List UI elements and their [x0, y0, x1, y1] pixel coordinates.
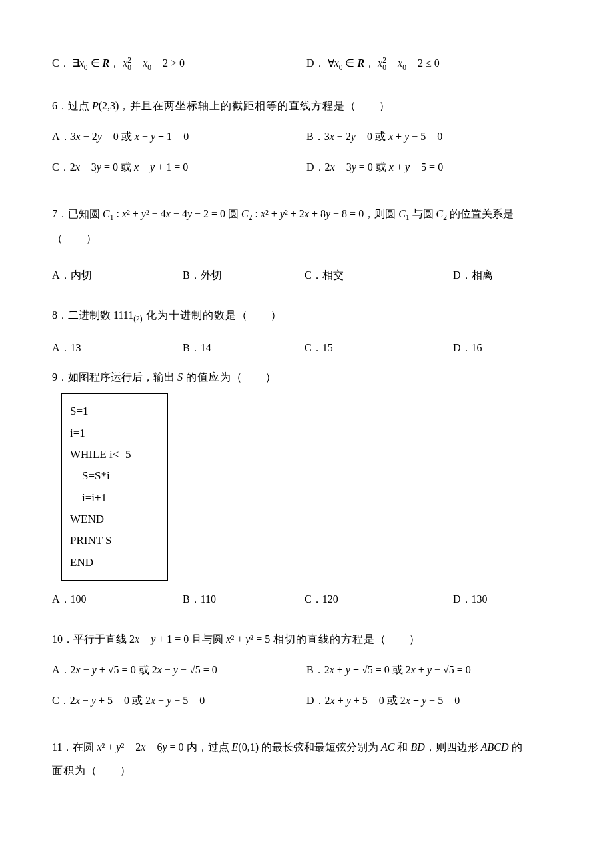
- q7-option-b: B．外切: [183, 270, 305, 281]
- q9: 9．如图程序运行后，输出 S 的值应为（ ） S=1 i=1 WHILE i<=…: [52, 372, 561, 604]
- q5-option-d: D． ∀x0 ∈ R，x20 + x0 + 2 ≤ 0: [306, 57, 561, 71]
- q6-options-row2: C．2x − 3y = 0 或 x − y + 1 = 0 D．2x − 3y …: [52, 162, 561, 173]
- q8-option-c: C．15: [305, 343, 453, 353]
- q8: 8．二进制数 1111(2) 化为十进制的数是（ ） A．13 B．14 C．1…: [52, 310, 561, 354]
- q6-option-b: B．3x − 2y = 0 或 x + y − 5 = 0: [306, 131, 561, 142]
- q10: 10．平行于直线 2x + y + 1 = 0 且与圆 x² + y² = 5 …: [52, 634, 561, 706]
- code-line: WHILE i<=5: [70, 444, 158, 465]
- code-line: END: [70, 552, 158, 573]
- code-line: i=i+1: [70, 487, 158, 509]
- q7-stem: 7．已知圆 C1 : x² + y² − 4x − 4y − 2 = 0 圆 C…: [52, 202, 561, 250]
- q10-option-c: C．2x − y + 5 = 0 或 2x − y − 5 = 0: [52, 695, 306, 706]
- forall-symbol: ∀: [328, 57, 334, 69]
- q9-options: A．100 B．110 C．120 D．130: [52, 594, 561, 605]
- q6-stem: 6．过点 P(2,3)，并且在两坐标轴上的截距相等的直线方程是（ ）: [52, 101, 561, 111]
- option-label: D．: [306, 57, 325, 69]
- q10-options-row1: A．2x − y + √5 = 0 或 2x − y − √5 = 0 B．2x…: [52, 665, 561, 675]
- q8-option-d: D．16: [453, 343, 482, 353]
- q7-options: A．内切 B．外切 C．相交 D．相离: [52, 270, 561, 281]
- q8-option-b: B．14: [183, 343, 305, 353]
- q8-option-a: A．13: [52, 343, 183, 353]
- q7-option-c: C．相交: [305, 270, 453, 281]
- q5-options-row: C． ∃x0 ∈ R，x20 + x0 + 2 > 0 D． ∀x0 ∈ R，x…: [52, 57, 561, 71]
- q10-option-d: D．2x + y + 5 = 0 或 2x + y − 5 = 0: [306, 695, 561, 706]
- q9-option-a: A．100: [52, 594, 183, 605]
- q7-option-d: D．相离: [453, 270, 493, 281]
- code-line: i=1: [70, 423, 158, 444]
- q8-stem: 8．二进制数 1111(2) 化为十进制的数是（ ）: [52, 310, 561, 323]
- q5-options-cd: C． ∃x0 ∈ R，x20 + x0 + 2 > 0 D． ∀x0 ∈ R，x…: [52, 57, 561, 71]
- q6-option-a: A．3x − 2y = 0 或 x − y + 1 = 0: [52, 131, 306, 142]
- q6-option-d: D．2x − 3y = 0 或 x + y − 5 = 0: [306, 162, 561, 173]
- q10-option-a: A．2x − y + √5 = 0 或 2x − y − √5 = 0: [52, 665, 306, 675]
- q11-stem: 11．在圆 x² + y² − 2x − 6y = 0 内，过点 E(0,1) …: [52, 735, 561, 782]
- q10-option-b: B．2x + y + √5 = 0 或 2x + y − √5 = 0: [306, 665, 561, 675]
- q11: 11．在圆 x² + y² − 2x − 6y = 0 内，过点 E(0,1) …: [52, 735, 561, 782]
- q9-option-b: B．110: [183, 594, 305, 605]
- q10-stem: 10．平行于直线 2x + y + 1 = 0 且与圆 x² + y² = 5 …: [52, 634, 561, 645]
- q9-stem: 9．如图程序运行后，输出 S 的值应为（ ）: [52, 372, 561, 383]
- q10-options-row2: C．2x − y + 5 = 0 或 2x − y − 5 = 0 D．2x +…: [52, 695, 561, 706]
- code-line: PRINT S: [70, 530, 158, 551]
- code-line: S=1: [70, 401, 158, 422]
- q6-option-c: C．2x − 3y = 0 或 x − y + 1 = 0: [52, 162, 306, 173]
- q9-code-box: S=1 i=1 WHILE i<=5 S=S*i i=i+1 WEND PRIN…: [61, 393, 168, 580]
- code-line: WEND: [70, 509, 158, 530]
- exists-symbol: ∃: [73, 57, 79, 69]
- q9-option-c: C．120: [305, 594, 453, 605]
- q9-option-d: D．130: [453, 594, 488, 605]
- q7-option-a: A．内切: [52, 270, 183, 281]
- q5-option-c: C． ∃x0 ∈ R，x20 + x0 + 2 > 0: [52, 57, 306, 71]
- q8-options: A．13 B．14 C．15 D．16: [52, 343, 561, 353]
- q7: 7．已知圆 C1 : x² + y² − 4x − 4y − 2 = 0 圆 C…: [52, 202, 561, 281]
- code-line: S=S*i: [70, 465, 158, 487]
- q6: 6．过点 P(2,3)，并且在两坐标轴上的截距相等的直线方程是（ ） A．3x …: [52, 101, 561, 173]
- q6-options-row1: A．3x − 2y = 0 或 x − y + 1 = 0 B．3x − 2y …: [52, 131, 561, 142]
- option-label: C．: [52, 57, 70, 69]
